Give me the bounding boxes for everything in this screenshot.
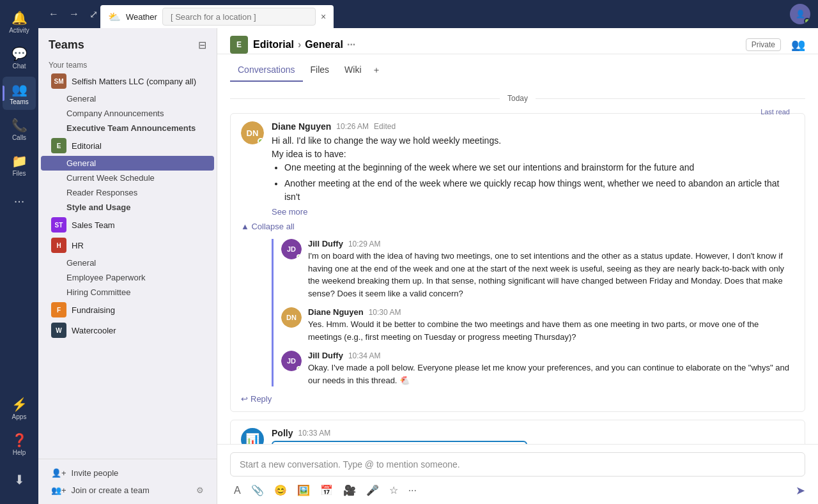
team-name-watercooler: Watercooler — [72, 326, 201, 335]
compose-toolbar: A 📎 😊 🖼️ 📅 🎥 🎤 ☆ ··· ➤ — [230, 482, 805, 499]
diane-msg-time: 10:26 AM — [336, 122, 369, 131]
polly-msg-header: Polly 10:33 AM — [272, 428, 794, 438]
join-create-team-button[interactable]: 👥+ Join or create a team ⚙ — [49, 482, 206, 499]
emoji-button[interactable]: 😊 — [270, 482, 291, 499]
image-button[interactable]: 🖼️ — [293, 482, 314, 499]
sidebar-item-apps[interactable]: ⚡ Apps — [3, 392, 36, 425]
breadcrumb-channel[interactable]: General — [305, 39, 343, 50]
channel-general-editorial[interactable]: General — [41, 156, 214, 171]
jill-reply-text-1: I'm on board with the idea of having two… — [308, 250, 794, 300]
active-indicator — [3, 86, 4, 101]
compose-input[interactable]: Start a new conversation. Type @ to ment… — [230, 452, 805, 477]
messages-area[interactable]: Today Last read DN Diane Nguyen 10:26 AM… — [217, 81, 818, 444]
channel-style-usage[interactable]: Style and Usage — [41, 200, 214, 215]
jill-reply-time-3: 10:34 AM — [348, 351, 381, 360]
sidebar-item-activity[interactable]: 🔔 Activity — [3, 5, 36, 38]
channel-more-button[interactable]: ··· — [347, 39, 355, 50]
channel-general-sm[interactable]: General — [41, 91, 214, 106]
team-name-hr: HR — [72, 241, 201, 250]
reply-button[interactable]: ↩ Reply — [241, 394, 272, 404]
sidebar-item-calls[interactable]: 📞 Calls — [3, 112, 36, 146]
sidebar-item-files[interactable]: 📁 Files — [3, 148, 36, 181]
channel-hiring-committee[interactable]: Hiring Committee — [41, 285, 214, 300]
schedule-button[interactable]: 📅 — [316, 482, 337, 499]
team-avatar-watercooler: W — [51, 323, 66, 338]
icon-rail: 🔔 Activity 💬 Chat 👥 Teams 📞 Calls 📁 File… — [0, 0, 38, 504]
audio-button[interactable]: 🎤 — [362, 482, 383, 499]
top-bar-right: 👤 — [790, 4, 810, 24]
channel-header: E Editorial › General ··· Private 👥 — [217, 28, 818, 54]
tab-wiki[interactable]: Wiki — [337, 59, 369, 82]
team-item-sm[interactable]: SM Selfish Matters LLC (company all) ··· — [41, 71, 214, 91]
see-more-button[interactable]: See more — [272, 207, 307, 217]
main-content: E Editorial › General ··· Private 👥 Conv… — [217, 28, 818, 504]
breadcrumb-team[interactable]: Editorial — [253, 39, 294, 50]
sidebar-item-more[interactable]: ··· — [3, 184, 36, 217]
more-tools-button[interactable]: ··· — [405, 482, 421, 499]
tab-files[interactable]: Files — [303, 59, 337, 82]
join-label: Join or create a team — [72, 485, 150, 495]
expand-button[interactable]: ⤢ — [87, 6, 100, 23]
team-name-editorial: Editorial — [72, 141, 201, 151]
channel-current-week[interactable]: Current Week Schedule — [41, 171, 214, 185]
back-button[interactable]: ← — [46, 6, 61, 22]
invite-label: Invite people — [72, 468, 119, 478]
forward-button[interactable]: → — [66, 6, 82, 22]
polly-content: Polly 10:33 AM 👋 Hi there, I'm Polly A t… — [272, 428, 794, 444]
add-tab-button[interactable]: ＋ — [369, 59, 383, 81]
channel-tabs: Conversations Files Wiki ＋ — [217, 59, 818, 81]
sidebar-item-download[interactable]: ⬇ — [3, 463, 36, 496]
chat-icon: 💬 — [12, 46, 27, 61]
attach-button[interactable]: 📎 — [247, 482, 268, 499]
team-name-fundraising: Fundraising — [72, 305, 201, 315]
polly-author: Polly — [272, 428, 293, 438]
weather-tab[interactable]: ⛅ Weather × — [100, 5, 334, 28]
diane-reply-header-2: Diane Nguyen 10:30 AM — [308, 307, 794, 317]
format-button[interactable]: A — [230, 482, 245, 499]
team-item-sales[interactable]: ST Sales Team ··· — [41, 215, 214, 235]
channel-reader-responses[interactable]: Reader Responses — [41, 185, 214, 200]
date-divider: Today — [230, 94, 805, 103]
participants-icon[interactable]: 👥 — [791, 38, 805, 52]
jill-online-3 — [297, 366, 302, 371]
team-avatar-sales: ST — [51, 217, 66, 233]
diane-msg-header: Diane Nguyen 10:26 AM Edited — [272, 121, 794, 132]
weather-search-input[interactable] — [162, 8, 316, 26]
user-avatar[interactable]: 👤 — [790, 4, 810, 24]
sidebar-item-chat[interactable]: 💬 Chat — [3, 41, 36, 74]
rail-bottom: ⚡ Apps ❓ Help ⬇ — [3, 392, 36, 504]
invite-people-button[interactable]: 👤+ Invite people — [49, 464, 206, 482]
jill-reply-text-3: Okay. I've made a poll below. Everyone p… — [308, 362, 794, 386]
video-button[interactable]: 🎥 — [339, 482, 360, 499]
diane-avatar-2: DN — [281, 307, 302, 328]
jill-reply-author-1: Jill Duffy — [308, 239, 343, 248]
channel-company-announcements[interactable]: Company Announcements — [41, 106, 214, 121]
team-avatar-hr: H — [51, 238, 66, 253]
weather-close-button[interactable]: × — [321, 11, 326, 22]
team-item-editorial[interactable]: E Editorial ··· — [41, 135, 214, 156]
apps-label: Apps — [12, 413, 27, 420]
team-item-fundraising[interactable]: F Fundraising ··· — [41, 300, 214, 320]
invite-icon: 👤+ — [51, 468, 66, 478]
filter-icon[interactable]: ⊟ — [198, 39, 206, 51]
channel-exec-announcements[interactable]: Executive Team Announcements — [41, 121, 214, 135]
sidebar-item-help[interactable]: ❓ Help — [3, 427, 36, 461]
polly-avatar-symbol: 📊 — [245, 432, 259, 444]
send-button[interactable]: ➤ — [796, 484, 805, 498]
collapse-all-button[interactable]: ▲ Collapse all — [241, 222, 794, 231]
private-badge: Private — [746, 38, 781, 51]
sidebar-item-teams[interactable]: 👥 Teams — [3, 77, 36, 110]
tab-conversations[interactable]: Conversations — [230, 59, 303, 82]
settings-icon[interactable]: ⚙ — [196, 485, 204, 495]
sidebar-actions: 👤+ Invite people 👥+ Join or create a tea… — [38, 459, 217, 504]
channel-employee-paperwork[interactable]: Employee Paperwork — [41, 270, 214, 285]
channel-team-avatar: E — [230, 36, 248, 54]
activity-label: Activity — [9, 27, 29, 34]
divider-line-right — [536, 98, 805, 99]
channel-general-hr[interactable]: General — [41, 256, 214, 270]
jill-avatar-1: JD — [281, 239, 302, 259]
more-icon: ··· — [14, 194, 25, 208]
star-button[interactable]: ☆ — [385, 482, 402, 499]
team-item-hr[interactable]: H HR ··· — [41, 235, 214, 256]
team-item-watercooler[interactable]: W Watercooler ··· — [41, 320, 214, 340]
